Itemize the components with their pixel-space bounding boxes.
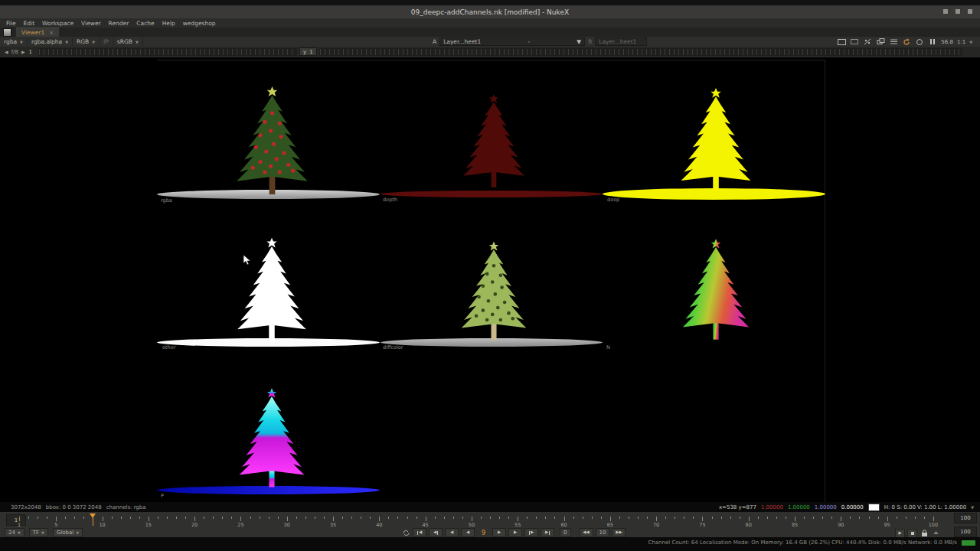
timeline-tick — [656, 517, 657, 521]
goto-end-button[interactable]: ▶ — [541, 528, 554, 537]
color-swatch — [868, 504, 880, 511]
increment-button[interactable]: ▶▶ — [612, 528, 626, 537]
input-process-toggle[interactable]: IP — [100, 37, 113, 46]
menu-wedgeshop[interactable]: wedgeshop — [183, 20, 216, 27]
close-button[interactable] — [968, 9, 972, 14]
timeline-tick — [564, 517, 565, 521]
timeline-tick — [749, 517, 750, 521]
lock-range-icon[interactable] — [920, 530, 929, 537]
timeline-tick — [508, 517, 509, 519]
goto-start-button[interactable]: ◀ — [413, 528, 426, 537]
b-input-dropdown[interactable]: Layer...heet1 — [595, 37, 647, 46]
timeline-tick — [804, 517, 805, 519]
viewer-canvas[interactable]: rgba depth deep other diffcolor N P — [0, 57, 980, 503]
pane-menu-icon[interactable] — [3, 28, 11, 37]
loop-mode-icon[interactable] — [401, 530, 410, 536]
pixel-aspect-ratio[interactable]: 1:1 — [957, 39, 965, 45]
timeline-tick-label: 50 — [469, 522, 475, 528]
timeline-tick — [665, 517, 666, 519]
status-bar: Channel Count: 64 Localization Mode: On … — [0, 537, 980, 551]
viewer-ruler-strip-right[interactable] — [319, 48, 962, 56]
timeline-tick — [435, 517, 436, 519]
timeline-tick — [869, 517, 870, 519]
timeline-tick — [675, 517, 675, 519]
chevron-down-icon: ▼ — [65, 40, 68, 44]
timeline-tick — [158, 517, 158, 519]
chevron-down-icon[interactable]: ▼ — [969, 40, 972, 44]
play-forward-button[interactable]: ▶ — [508, 528, 522, 537]
timeline-tick-label: 70 — [653, 522, 659, 528]
step-back-button[interactable]: ◀ — [461, 528, 475, 537]
step-forward-button[interactable]: ▶ — [492, 528, 506, 537]
timeline-tick — [65, 517, 66, 519]
ab-input-group: A Layer...heet1 - ▼ B Layer...heet1 — [433, 37, 647, 46]
menu-workspace[interactable]: Workspace — [42, 20, 74, 27]
frame-display-icon[interactable] — [837, 38, 846, 45]
timeline-controls: 24▼ TF▼ Global▼ ◀ ◀ ◀ ◀ 9 ▶ ▶ ▶ ▶ 0 ◀◀ 1… — [0, 528, 980, 537]
timeline-tick — [74, 517, 75, 519]
hsvl-readout: H: 0 S: 0.00 V: 1.00 L: 1.00000 — [884, 504, 966, 510]
timeline-ruler[interactable]: 1510152025303540455055606570758085909510… — [0, 513, 949, 528]
menu-viewer[interactable]: Viewer — [81, 20, 101, 27]
timeline-tick-label: 45 — [422, 522, 428, 528]
channels-dropdown[interactable]: rgba▼ — [0, 37, 28, 46]
zoom-level[interactable]: 56.8 — [941, 39, 953, 45]
prev-keyframe-button[interactable]: ◀ — [429, 528, 443, 537]
timeline-tick — [379, 517, 380, 521]
timeline-tick-label: 35 — [330, 522, 336, 528]
a-input-dropdown[interactable]: Layer...heet1 - ▼ — [439, 37, 585, 46]
stack-icon[interactable] — [876, 38, 885, 45]
wipe-icon[interactable] — [863, 38, 872, 45]
y-coordinate-box[interactable]: y 1 — [299, 47, 317, 56]
close-tab-icon[interactable]: × — [49, 30, 54, 36]
timeline-tick-label: 90 — [838, 522, 844, 528]
frame-increment-field[interactable]: 10 — [596, 528, 610, 537]
play-backward-button[interactable]: ◀ — [445, 528, 459, 537]
playhead[interactable] — [93, 514, 96, 526]
decrement-button[interactable]: ◀◀ — [580, 528, 593, 537]
refresh-icon[interactable] — [902, 38, 911, 45]
b-input-label: B — [588, 38, 592, 45]
chevron-down-icon[interactable]: ▼ — [971, 505, 974, 510]
menu-help[interactable]: Help — [162, 20, 175, 27]
network-status-badge — [962, 540, 975, 546]
timeline-tick — [269, 517, 270, 519]
timeline-tick — [758, 517, 759, 519]
menu-file[interactable]: File — [6, 20, 16, 27]
list-icon[interactable] — [889, 38, 898, 45]
timeline-tick-label: 55 — [514, 522, 521, 528]
display-channel-dropdown[interactable]: RGB▼ — [73, 37, 100, 46]
viewer-ruler-strip-left[interactable] — [38, 48, 297, 56]
image-bbox: bbox: 0 0 3072 2048 — [46, 504, 102, 510]
prev-arrow-icon[interactable]: ◀ — [5, 49, 8, 54]
timeline-tick — [149, 517, 149, 521]
current-frame[interactable]: 9 — [482, 530, 485, 536]
next-keyframe-button[interactable]: ▶ — [524, 528, 538, 537]
alpha-channel-dropdown[interactable]: rgba.alpha▼ — [28, 37, 73, 46]
ruler-value[interactable]: 1 — [29, 49, 32, 55]
menu-render[interactable]: Render — [109, 20, 129, 27]
tab-viewer1[interactable]: Viewer1 × — [16, 28, 59, 37]
menu-edit[interactable]: Edit — [24, 20, 35, 27]
cache-indicator-icon[interactable] — [931, 530, 940, 537]
pause-icon[interactable] — [928, 38, 937, 45]
timeline-tick — [730, 517, 731, 519]
viewer-process-dropdown[interactable]: sRGB▼ — [113, 37, 143, 46]
ruler-label: f/8 — [11, 49, 18, 55]
after-play-field[interactable]: 0 — [560, 528, 570, 537]
proxy-icon[interactable] — [850, 38, 859, 45]
fps-dropdown[interactable]: 24▼ — [5, 528, 24, 537]
minimize-button[interactable] — [943, 9, 948, 14]
timeline-tick — [167, 517, 168, 519]
timeline-tick — [592, 517, 593, 519]
timeline: 1 15101520253035404550556065707580859095… — [0, 512, 980, 537]
tf-dropdown[interactable]: TF▼ — [29, 528, 48, 537]
timeline-tick — [647, 517, 648, 519]
next-arrow-icon[interactable]: ▶ — [21, 49, 25, 54]
frame-range-mode-dropdown[interactable]: Global▼ — [53, 528, 83, 537]
range-end-top-field[interactable]: 100 — [954, 513, 977, 523]
roi-icon[interactable] — [915, 38, 924, 45]
maximize-button[interactable] — [956, 9, 960, 14]
menu-cache[interactable]: Cache — [136, 20, 154, 27]
chevron-down-icon: ▼ — [20, 40, 23, 44]
